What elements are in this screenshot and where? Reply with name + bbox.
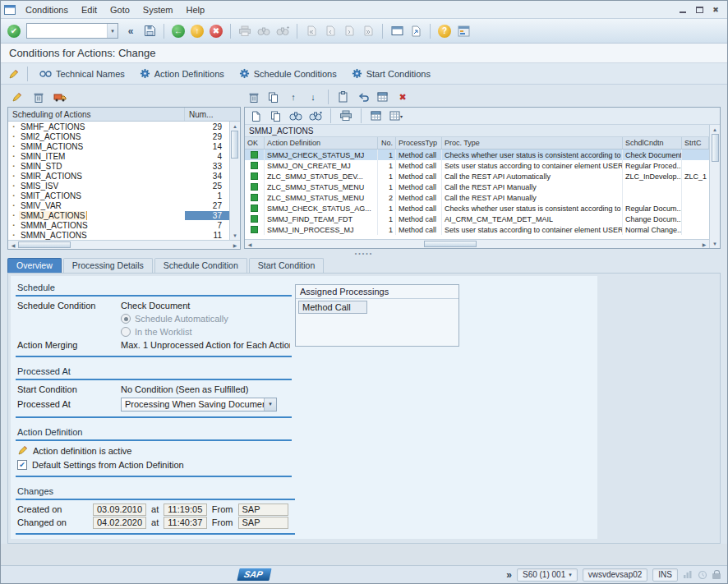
scroll-left-icon[interactable]: ◀ [8,241,18,250]
tab-item[interactable]: Schedule Condition [154,258,247,273]
paste-line-button[interactable] [335,89,352,105]
customize-layout-button[interactable] [455,23,472,39]
schdlcndtn-cell[interactable]: Regular Proced... [623,160,682,171]
no-cell[interactable]: 1 [378,160,396,171]
tree-hscroll-thumb[interactable] [18,241,71,248]
action-definitions-button[interactable]: Action Definitions [133,66,231,81]
schedule-automatically-radio[interactable] [121,314,131,324]
grid-scroll-thumb[interactable] [712,134,719,162]
tree-item[interactable]: ▪ SMMM_ACTIONS 7 [8,220,229,230]
window-menu-icon[interactable] [4,5,16,15]
schdlcndtn-cell[interactable]: ZLC_InDevelop... [623,171,682,182]
action-definition-cell[interactable]: SMMJ_CHECK_STATUS_MJ [265,149,378,160]
schdlcndtn-cell[interactable]: Check Document [623,149,682,160]
tab-item[interactable]: Overview [7,258,62,273]
processtyp-cell[interactable]: Method call [396,214,442,224]
last-page-button[interactable] [360,23,376,39]
start-conditions-button[interactable]: Start Conditions [345,66,437,81]
created-date-field[interactable]: 03.09.2010 [93,504,146,516]
layout-menu-button[interactable]: ▾ [388,108,404,124]
changed-date-field[interactable]: 04.02.2020 [93,517,146,529]
tree-item[interactable]: ▪ SMIV_VAR 27 [8,200,229,210]
strtcndtn-cell[interactable] [682,160,709,171]
undo-button[interactable] [355,89,371,105]
schdlcndtn-cell[interactable] [623,182,682,192]
tree-display-change-button[interactable] [9,89,25,105]
delete-profile-button[interactable] [30,89,47,105]
display-change-button[interactable] [6,66,22,82]
scroll-up-icon[interactable]: ▲ [230,122,240,131]
maximize-button[interactable] [691,3,707,16]
proc-type-cell[interactable]: Sets user status according to container … [442,160,623,171]
ok-status-cell[interactable] [245,160,265,171]
column-header-ok[interactable]: OK [245,137,265,149]
processtyp-cell[interactable]: Method call [396,203,442,214]
column-header-proc-type[interactable]: Proc. Type [442,137,623,149]
strtcndtn-cell[interactable]: ZLC_1 [682,171,709,182]
table-row[interactable]: SMMJ_ON_CREATE_MJ 1 Method call Sets use… [245,160,709,171]
command-dropdown-icon[interactable]: ▾ [107,24,117,38]
status-expand-icon[interactable]: » [506,569,512,581]
tree-item[interactable]: ▪ SMIS_ISV 25 [8,181,229,191]
column-header-schdlcndtn[interactable]: SchdlCndtn [623,137,682,149]
choose-layout-button[interactable] [368,108,385,124]
scroll-up-icon[interactable]: ▲ [710,125,720,134]
menu-item[interactable]: Goto [104,2,136,17]
menu-item[interactable]: Help [180,2,212,17]
grid-vertical-scrollbar[interactable]: ▲ ▼ [709,125,720,248]
no-cell[interactable]: 2 [378,192,396,203]
grid-horizontal-scrollbar[interactable]: ◀ ▶ [245,239,709,248]
proc-type-cell[interactable]: Checks whether user status is consistent… [442,149,623,160]
find-button[interactable] [256,23,272,39]
grid-hscroll-thumb[interactable] [424,241,477,247]
ok-status-cell[interactable] [245,192,265,203]
schdlcndtn-cell[interactable] [623,192,682,203]
tree-item[interactable]: ▪ SMMJ_ACTIONS 37 [8,210,229,220]
previous-page-button[interactable] [322,23,339,39]
delete-all-button[interactable]: ✖ [394,89,411,105]
created-user-field[interactable]: SAP [238,504,288,516]
action-definition-cell[interactable]: ZLC_SMMJ_STATUS_MENU [265,192,378,203]
proc-type-cell[interactable]: Sets user status according to container … [442,224,623,235]
technical-names-button[interactable]: Technical Names [33,67,131,81]
scroll-right-icon[interactable]: ▶ [699,240,709,249]
ok-status-cell[interactable] [245,171,265,182]
strtcndtn-cell[interactable] [682,182,709,192]
move-down-button[interactable]: ↓ [305,89,321,105]
strtcndtn-cell[interactable] [682,192,709,203]
processtyp-cell[interactable]: Method call [396,171,442,182]
pane-splitter[interactable]: ••••• [1,249,727,257]
tree-horizontal-scrollbar[interactable]: ◀ ▶ [8,240,240,249]
tree-scroll-thumb[interactable] [231,131,238,159]
no-cell[interactable]: 1 [378,203,396,214]
scroll-right-icon[interactable]: ▶ [230,241,240,250]
menu-item[interactable]: Conditions [19,2,75,17]
schdlcndtn-cell[interactable]: Normal Change... [623,224,682,235]
action-definition-cell[interactable]: SMMJ_IN_PROCESS_MJ [265,224,378,235]
host-status-field[interactable]: vwsvdevsap02 [583,568,648,582]
insert-mode-field[interactable]: INS [652,568,678,582]
move-up-button[interactable]: ↑ [285,89,302,105]
changed-user-field[interactable]: SAP [238,517,288,529]
tree-vertical-scrollbar[interactable]: ▲ ▼ [229,122,240,240]
strtcndtn-cell[interactable] [682,203,709,214]
schedule-conditions-button[interactable]: Schedule Conditions [233,66,343,81]
table-settings-button[interactable] [375,89,391,105]
action-definition-cell[interactable]: ZLC_SMMJ_STATUS_DEV... [265,171,378,182]
close-button[interactable]: ✖ [707,3,724,16]
assigned-processing-item[interactable]: Method Call [298,301,367,314]
column-header-action-definition[interactable]: Action Definition [265,137,378,149]
ok-status-cell[interactable] [245,182,265,192]
table-row[interactable]: ZLC_SMMJ_STATUS_MENU 1 Method call Call … [245,182,709,192]
action-definition-cell[interactable]: SMMJ_ON_CREATE_MJ [265,160,378,171]
processtyp-cell[interactable]: Method call [396,192,442,203]
ok-status-cell[interactable] [245,149,265,160]
table-row[interactable]: SMMJ_FIND_TEAM_FDT 1 Method call AI_CRM_… [245,214,709,224]
scroll-left-icon[interactable]: ◀ [245,240,255,249]
scroll-down-icon[interactable]: ▼ [710,239,720,248]
tab-item[interactable]: Processing Details [63,258,153,273]
tree-item[interactable]: ▪ SMHF_ACTIONS 29 [8,122,229,131]
cancel-button[interactable]: ✖ [208,23,224,39]
table-row[interactable]: SMMJ_CHECK_STATUS_MJ 1 Method call Check… [245,149,709,160]
proc-type-cell[interactable]: Call the REST API Manually [442,192,623,203]
